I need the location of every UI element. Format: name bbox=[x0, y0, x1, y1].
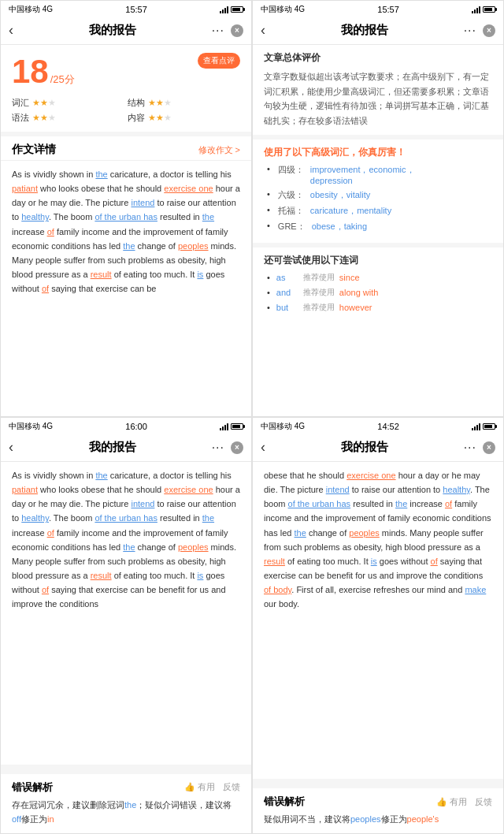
more-button-3[interactable]: ··· bbox=[212, 441, 224, 455]
panel-bottom-left: 中国移动 4G 16:00 ‹ 我的报告 ··· × As is vividly bbox=[0, 417, 252, 834]
carrier-left-2: 中国移动 4G bbox=[261, 4, 305, 15]
signal-icon-2 bbox=[472, 6, 480, 13]
vocab-title: 使用了以下高级词汇，你真厉害！ bbox=[264, 146, 492, 159]
more-button-2[interactable]: ··· bbox=[464, 24, 476, 38]
carrier-left-1: 中国移动 4G bbox=[9, 4, 53, 15]
close-button-4[interactable]: × bbox=[483, 441, 495, 454]
nav-actions-3: ··· × bbox=[212, 441, 243, 455]
back-button-1[interactable]: ‹ bbox=[9, 22, 13, 39]
bar1 bbox=[220, 11, 221, 13]
status-bar-3: 中国移动 4G 16:00 bbox=[1, 418, 251, 434]
essay-header: 作文详情 修改作文 > bbox=[1, 136, 251, 161]
error-header-3: 错误解析 👍 有用 反馈 bbox=[12, 780, 240, 795]
vocab-level-cet4: 四级： bbox=[278, 164, 304, 176]
vocab-words-cet6: obesity，vitality bbox=[310, 189, 370, 201]
battery-icon-4 bbox=[483, 423, 495, 430]
vocab-section: 使用了以下高级词汇，你真厉害！ 四级： improvement，economic… bbox=[253, 140, 503, 248]
screen-grid: 中国移动 4G 15:57 ‹ 我的报告 ··· × 查看点评 bbox=[0, 0, 504, 834]
conj-list: as 推荐使用 since and 推荐使用 along with but 推荐… bbox=[264, 272, 492, 313]
edit-essay-button[interactable]: 修改作文 > bbox=[198, 144, 240, 156]
battery-icon-3 bbox=[231, 423, 243, 430]
carrier-left-4: 中国移动 4G bbox=[261, 421, 305, 432]
bar2 bbox=[222, 9, 224, 13]
score-metrics: 词汇 ★★★ 结构 ★★★ 语法 ★★★ 内容 ★★★ bbox=[12, 97, 240, 124]
vocab-words-toefl: caricature，mentality bbox=[310, 205, 391, 217]
metric-structure: 结构 ★★★ bbox=[128, 97, 240, 109]
conj-item-and: and 推荐使用 along with bbox=[264, 287, 492, 298]
conj-label-but: 推荐使用 bbox=[303, 302, 335, 313]
score-denom: /25分 bbox=[50, 73, 75, 87]
nav-actions-1: ··· × bbox=[212, 24, 243, 38]
essay-text-1: As is vividly shown in the caricature, a… bbox=[12, 169, 240, 293]
status-right-2 bbox=[472, 6, 495, 13]
signal-icon-4 bbox=[472, 423, 480, 430]
back-button-3[interactable]: ‹ bbox=[9, 439, 13, 456]
status-bar-4: 中国移动 4G 14:52 bbox=[253, 418, 503, 434]
conj-suggest-as: since bbox=[339, 273, 360, 282]
vocab-item-gre: GRE： obese，taking bbox=[264, 221, 492, 233]
vocab-words-gre: obese，taking bbox=[312, 221, 367, 233]
error-text-3: 存在冠词冗余，建议删除冠词the；疑似介词错误，建议将off修正为in bbox=[12, 798, 240, 827]
more-button-4[interactable]: ··· bbox=[464, 441, 476, 455]
nav-actions-2: ··· × bbox=[464, 24, 495, 38]
carrier-left-3: 中国移动 4G bbox=[9, 421, 53, 432]
status-right-4 bbox=[472, 423, 495, 430]
essay-body-3: As is vividly shown in the caricature, a… bbox=[1, 462, 251, 769]
vocab-level-toefl: 托福： bbox=[278, 205, 304, 217]
close-button-3[interactable]: × bbox=[231, 441, 243, 454]
signal-icon-3 bbox=[220, 423, 228, 430]
nav-bar-3: ‹ 我的报告 ··· × bbox=[1, 434, 251, 462]
essay-body-4: obese that he should exercise one hour a… bbox=[253, 462, 503, 784]
view-review-button[interactable]: 查看点评 bbox=[198, 53, 240, 69]
helpful-button-4[interactable]: 👍 有用 bbox=[436, 796, 467, 808]
time-4: 14:52 bbox=[377, 422, 399, 431]
feedback-button-3[interactable]: 反馈 bbox=[223, 781, 240, 793]
conj-label-and: 推荐使用 bbox=[303, 287, 335, 298]
conj-word-but: but bbox=[276, 303, 298, 312]
signal-icon bbox=[220, 6, 228, 13]
feedback-button-4[interactable]: 反馈 bbox=[475, 796, 492, 808]
conj-label-as: 推荐使用 bbox=[303, 272, 335, 283]
nav-title-2: 我的报告 bbox=[341, 23, 388, 38]
error-header-4: 错误解析 👍 有用 反馈 bbox=[264, 795, 492, 809]
nav-bar-4: ‹ 我的报告 ··· × bbox=[253, 434, 503, 462]
conj-item-as: as 推荐使用 since bbox=[264, 272, 492, 283]
close-button-1[interactable]: × bbox=[231, 24, 243, 37]
battery-icon-2 bbox=[483, 6, 495, 13]
conj-suggest-but: however bbox=[339, 303, 372, 312]
conjunction-section: 还可尝试使用以下连词 as 推荐使用 since and 推荐使用 along … bbox=[253, 248, 503, 323]
more-button-1[interactable]: ··· bbox=[212, 24, 224, 38]
vocab-words-cet4: improvement，economic，depression bbox=[310, 164, 415, 185]
metric-grammar-stars: ★★★ bbox=[32, 113, 56, 123]
overall-section: 文章总体评价 文章字数疑似超出该考试字数要求；在高中级别下，有一定词汇积累，能使… bbox=[253, 45, 503, 140]
back-button-2[interactable]: ‹ bbox=[261, 22, 265, 39]
metric-content-stars: ★★★ bbox=[148, 113, 172, 123]
vocab-item-cet4: 四级： improvement，economic，depression bbox=[264, 164, 492, 185]
back-button-4[interactable]: ‹ bbox=[261, 439, 265, 456]
time-1: 15:57 bbox=[125, 5, 147, 14]
status-bar-1: 中国移动 4G 15:57 bbox=[1, 1, 251, 17]
helpful-button-3[interactable]: 👍 有用 bbox=[184, 781, 215, 793]
time-3: 16:00 bbox=[125, 422, 147, 431]
close-button-2[interactable]: × bbox=[483, 24, 495, 37]
essay-text-4: obese that he should exercise one hour a… bbox=[264, 471, 491, 609]
metric-structure-stars: ★★★ bbox=[148, 98, 172, 108]
metric-structure-label: 结构 bbox=[128, 97, 145, 109]
status-right-3 bbox=[220, 423, 243, 430]
error-section-4: 错误解析 👍 有用 反馈 疑似用词不当，建议将peoples修正为people'… bbox=[253, 784, 503, 833]
essay-title: 作文详情 bbox=[12, 143, 56, 157]
vocab-item-toefl: 托福： caricature，mentality bbox=[264, 205, 492, 217]
overall-title: 文章总体评价 bbox=[264, 51, 492, 65]
nav-bar-2: ‹ 我的报告 ··· × bbox=[253, 17, 503, 45]
error-actions-4: 👍 有用 反馈 bbox=[436, 796, 492, 808]
status-bar-2: 中国移动 4G 15:57 bbox=[253, 1, 503, 17]
panel-top-left: 中国移动 4G 15:57 ‹ 我的报告 ··· × 查看点评 bbox=[0, 0, 252, 417]
metric-vocab: 词汇 ★★★ bbox=[12, 97, 124, 109]
vocab-level-cet6: 六级： bbox=[278, 189, 304, 201]
conj-word-and: and bbox=[276, 288, 298, 297]
overall-text: 文章字数疑似超出该考试字数要求；在高中级别下，有一定词汇积累，能使用少量高级词汇… bbox=[264, 69, 492, 128]
panel-top-right: 中国移动 4G 15:57 ‹ 我的报告 ··· × 文章总体评价 bbox=[252, 0, 504, 417]
error-section-3: 错误解析 👍 有用 反馈 存在冠词冗余，建议删除冠词the；疑似介词错误，建议将… bbox=[1, 769, 251, 833]
status-right-1 bbox=[220, 6, 243, 13]
time-2: 15:57 bbox=[377, 5, 399, 14]
